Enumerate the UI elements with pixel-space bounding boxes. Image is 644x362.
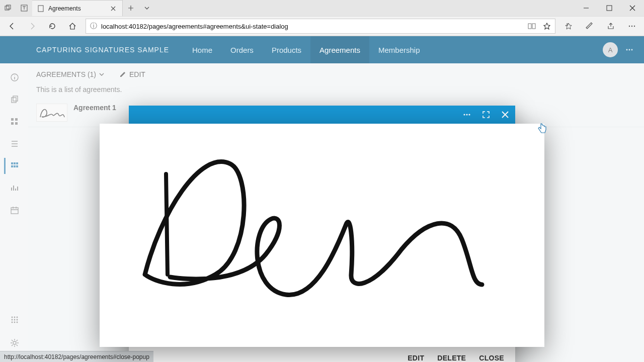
svg-point-7 (629, 26, 630, 27)
reading-view-icon[interactable] (528, 22, 536, 30)
cursor-icon (537, 123, 547, 134)
dialog-close-button[interactable]: CLOSE (479, 354, 504, 362)
svg-point-9 (634, 26, 635, 27)
url-text: localhost:40182/pages/agreements#agreeme… (101, 23, 524, 30)
window-maximize-button[interactable] (598, 0, 621, 16)
tab-title: Agreements (48, 5, 105, 12)
window-close-button[interactable] (621, 0, 644, 16)
site-info-icon[interactable]: ⓘ (90, 22, 97, 31)
modal-backdrop-header (0, 36, 644, 63)
nav-back-button[interactable] (3, 17, 21, 35)
window-minimize-button[interactable] (575, 0, 598, 16)
svg-rect-6 (532, 24, 535, 29)
svg-point-38 (466, 114, 467, 115)
favorite-icon[interactable] (543, 22, 551, 30)
dialog-delete-button[interactable]: DELETE (437, 354, 466, 362)
status-text: http://localhost:40182/pages/agreements#… (4, 353, 149, 360)
browser-addressbar: ⓘ localhost:40182/pages/agreements#agree… (0, 16, 644, 36)
browser-titlebar: Agreements (0, 0, 644, 16)
browser-menu-icon[interactable] (623, 17, 641, 35)
svg-rect-5 (528, 24, 531, 29)
modal-backdrop-rail (0, 63, 28, 362)
svg-point-39 (468, 114, 470, 115)
notes-icon[interactable] (581, 17, 599, 35)
window-group-icon[interactable] (0, 0, 16, 16)
browser-tab[interactable]: Agreements (32, 0, 123, 16)
svg-point-37 (463, 114, 465, 115)
svg-point-8 (631, 26, 632, 27)
url-input[interactable]: ⓘ localhost:40182/pages/agreements#agree… (86, 19, 555, 34)
dialog-close-icon[interactable] (500, 110, 510, 120)
dialog-header (129, 106, 515, 124)
favorites-list-icon[interactable] (559, 17, 578, 35)
signature-preview (100, 124, 544, 347)
set-aside-icon[interactable] (16, 0, 32, 16)
svg-rect-0 (5, 6, 9, 10)
dialog-fullscreen-icon[interactable] (481, 110, 491, 120)
dialog-edit-button[interactable]: EDIT (408, 354, 424, 362)
svg-rect-3 (38, 6, 43, 12)
nav-forward-button[interactable] (23, 17, 41, 35)
nav-home-button[interactable] (63, 17, 82, 35)
nav-refresh-button[interactable] (43, 17, 61, 35)
dialog-footer: EDIT DELETE CLOSE (129, 347, 515, 362)
svg-rect-4 (607, 6, 612, 11)
page-icon (37, 5, 44, 12)
svg-rect-1 (7, 5, 11, 9)
tab-actions-icon[interactable] (139, 0, 155, 16)
tab-close-icon[interactable] (109, 5, 117, 13)
new-tab-button[interactable] (123, 0, 139, 16)
dialog-more-icon[interactable] (462, 110, 472, 120)
status-bar: http://localhost:40182/pages/agreements#… (0, 351, 153, 362)
share-icon[interactable] (602, 17, 620, 35)
